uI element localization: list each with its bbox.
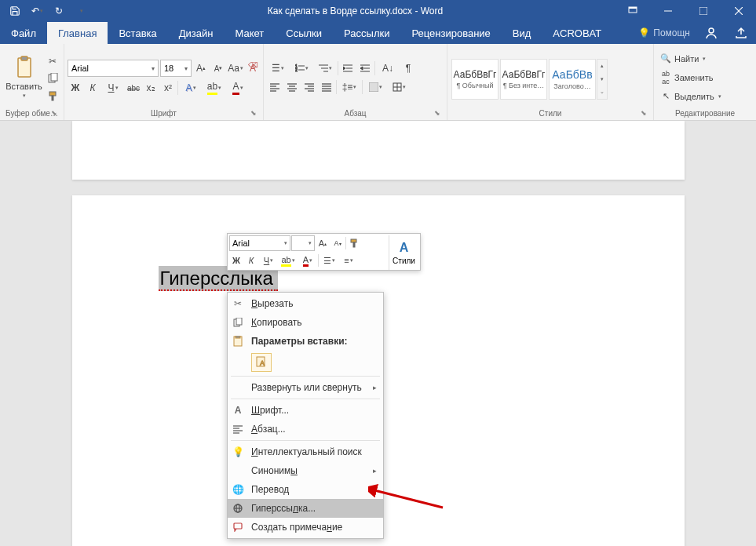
align-right-button[interactable]: [301, 79, 317, 95]
document-title: Как сделать в Ворде ссылку.docx - Word: [96, 5, 615, 16]
line-spacing-button[interactable]: ‡≡▾: [338, 79, 360, 95]
cut-button[interactable]: ✂: [45, 53, 60, 69]
styles-more-button[interactable]: ▴▾⌄: [597, 59, 608, 100]
minimize-button[interactable]: [650, 0, 685, 22]
subscript-button[interactable]: x₂: [143, 80, 159, 96]
svg-rect-3: [699, 7, 707, 15]
ctx-expand-collapse[interactable]: Развернуть или свернуть▸: [228, 378, 383, 397]
tab-home[interactable]: Главная: [47, 22, 108, 44]
ctx-paste-options: A: [228, 351, 383, 374]
dlg-launcher-clipboard[interactable]: ⬊: [49, 109, 59, 118]
tab-design[interactable]: Дизайн: [168, 22, 225, 44]
highlight-button[interactable]: ab▾: [203, 80, 225, 96]
ctx-cut[interactable]: ✂Вырезать: [228, 294, 383, 313]
style-normal[interactable]: АаБбВвГг¶ Обычный: [451, 59, 499, 100]
titlebar: ↶▾ ↻ ▾ Как сделать в Ворде ссылку.docx -…: [0, 0, 756, 22]
align-center-button[interactable]: [284, 79, 300, 95]
mini-highlight[interactable]: ab▾: [279, 253, 298, 268]
signin-button[interactable]: [696, 27, 726, 39]
text-effects-button[interactable]: A▾: [180, 80, 202, 96]
copy-button[interactable]: [45, 71, 60, 86]
tab-file[interactable]: Файл: [0, 22, 47, 44]
ctx-synonyms[interactable]: Синонимы▸: [228, 461, 383, 480]
font-size-combo[interactable]: 18▾: [160, 60, 192, 77]
mini-font-combo[interactable]: Arial▾: [229, 235, 290, 251]
mini-numbering[interactable]: ≡▾: [339, 253, 358, 268]
bulb-icon: 💡: [231, 445, 245, 459]
ctx-font[interactable]: AШрифт...: [228, 401, 383, 420]
strikethrough-button[interactable]: abc: [126, 80, 141, 96]
font-color-button[interactable]: A▾: [227, 80, 249, 96]
tab-review[interactable]: Рецензирование: [400, 22, 501, 44]
ctx-hyperlink[interactable]: Гиперссылка...: [228, 499, 383, 518]
ctx-translate[interactable]: 🌐Перевод: [228, 480, 383, 499]
show-marks-button[interactable]: ¶: [400, 60, 416, 76]
grow-font-button[interactable]: A▴: [193, 60, 209, 76]
replace-button[interactable]: abacЗаменить: [657, 69, 725, 86]
ribbon-options-button[interactable]: [615, 0, 650, 22]
ctx-copy[interactable]: Копировать: [228, 313, 383, 332]
justify-button[interactable]: [319, 79, 334, 95]
dlg-launcher-paragraph[interactable]: ⬊: [433, 109, 442, 118]
group-label-editing: Редактирование: [657, 107, 753, 119]
ctx-new-comment[interactable]: Создать примечание: [228, 518, 383, 537]
style-heading1[interactable]: АаБбВвЗаголово…: [549, 59, 596, 100]
mini-shrink-font[interactable]: A▾: [331, 236, 345, 250]
multilevel-button[interactable]: ▾: [314, 60, 336, 76]
italic-button[interactable]: К: [85, 80, 100, 96]
bold-button[interactable]: Ж: [68, 80, 83, 96]
redo-button[interactable]: ↻: [50, 2, 68, 20]
underline-button[interactable]: Ч▾: [102, 80, 124, 96]
paste-keep-formatting[interactable]: A: [251, 353, 272, 372]
svg-text:A: A: [260, 359, 265, 367]
mini-size-combo[interactable]: ▾: [291, 235, 315, 251]
mini-bold[interactable]: Ж: [229, 253, 243, 268]
numbering-button[interactable]: 12▾: [290, 60, 312, 76]
bullets-button[interactable]: ☰▾: [267, 60, 289, 76]
save-button[interactable]: [6, 2, 24, 20]
paste-button[interactable]: Вставить▾: [3, 46, 45, 107]
mini-format-painter[interactable]: [347, 236, 361, 250]
tab-mailings[interactable]: Рассылки: [333, 22, 400, 44]
undo-button[interactable]: ↶▾: [28, 2, 46, 20]
tab-acrobat[interactable]: ACROBAT: [542, 22, 612, 44]
mini-underline[interactable]: Ч▾: [259, 253, 278, 268]
superscript-button[interactable]: x²: [160, 80, 176, 96]
share-button[interactable]: [726, 27, 756, 39]
tell-me-box[interactable]: 💡Помощн: [632, 27, 696, 38]
mini-bullets[interactable]: ☰▾: [320, 253, 338, 268]
shrink-font-button[interactable]: A▾: [210, 60, 226, 76]
select-button[interactable]: ↖Выделить▾: [657, 88, 725, 105]
mini-italic[interactable]: К: [244, 253, 258, 268]
font-name-combo[interactable]: Arial▾: [68, 60, 159, 77]
copy-icon: [231, 315, 245, 329]
ribbon-tabs: Файл Главная Вставка Дизайн Макет Ссылки…: [0, 22, 756, 44]
customize-qat[interactable]: ▾: [72, 2, 89, 20]
borders-button[interactable]: ▾: [388, 79, 410, 95]
tab-references[interactable]: Ссылки: [275, 22, 333, 44]
find-button[interactable]: 🔍Найти▾: [657, 50, 725, 67]
tab-insert[interactable]: Вставка: [108, 22, 167, 44]
decrease-indent-button[interactable]: [340, 60, 356, 76]
sort-button[interactable]: A↓: [377, 60, 399, 76]
change-case-button[interactable]: Aa▾: [228, 60, 243, 76]
format-painter-button[interactable]: [45, 88, 60, 104]
maximize-button[interactable]: [685, 0, 721, 22]
dlg-launcher-styles[interactable]: ⬊: [639, 109, 648, 118]
ctx-paragraph[interactable]: Абзац...: [228, 420, 383, 439]
clear-formatting-button[interactable]: A⌫: [245, 60, 261, 76]
shading-button[interactable]: ▾: [364, 79, 386, 95]
align-left-button[interactable]: [267, 79, 283, 95]
style-no-spacing[interactable]: АаБбВвГг¶ Без инте…: [500, 59, 547, 100]
ctx-smart-lookup[interactable]: 💡Интеллектуальный поиск: [228, 442, 383, 461]
mini-styles-button[interactable]: A Стили: [389, 235, 418, 270]
close-button[interactable]: [721, 0, 756, 22]
increase-indent-button[interactable]: [357, 60, 373, 76]
mini-grow-font[interactable]: A▴: [316, 236, 330, 250]
svg-rect-63: [234, 523, 242, 529]
tab-view[interactable]: Вид: [502, 22, 542, 44]
mini-font-color[interactable]: A▾: [298, 253, 317, 268]
svg-rect-10: [51, 73, 57, 81]
dlg-launcher-font[interactable]: ⬊: [249, 109, 258, 118]
tab-layout[interactable]: Макет: [224, 22, 275, 44]
